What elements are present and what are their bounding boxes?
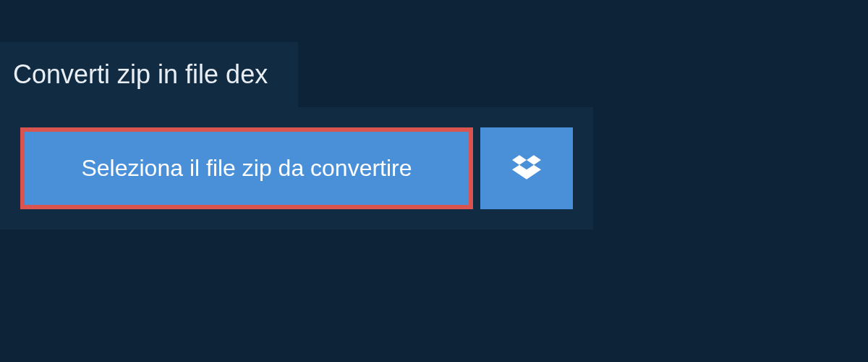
dropbox-button[interactable]	[480, 127, 573, 209]
select-file-label: Seleziona il file zip da convertire	[81, 155, 412, 182]
dropbox-icon	[512, 153, 541, 185]
file-select-panel: Seleziona il file zip da convertire	[0, 107, 593, 230]
tab-header: Converti zip in file dex	[0, 42, 298, 107]
select-file-button[interactable]: Seleziona il file zip da convertire	[20, 127, 473, 209]
tab-title: Converti zip in file dex	[13, 59, 268, 90]
